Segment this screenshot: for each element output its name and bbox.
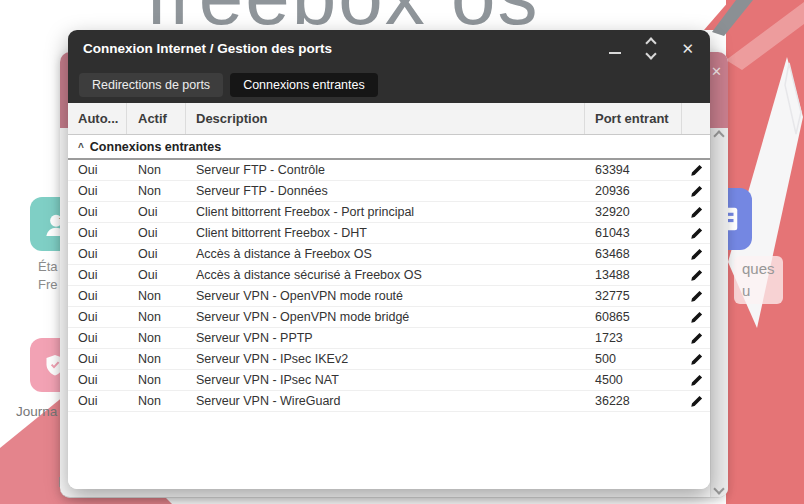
cell-actif: Non xyxy=(127,352,186,366)
column-header-port-entrant[interactable]: Port entrant xyxy=(585,103,682,134)
connections-table-body: Oui Non Serveur FTP - Contrôle 63394 Oui… xyxy=(68,160,710,489)
minimize-icon xyxy=(609,52,621,54)
cell-actif: Non xyxy=(127,163,186,177)
cell-actif: Oui xyxy=(127,247,186,261)
tab-redirections-de-ports[interactable]: Redirections de ports xyxy=(79,73,223,97)
cell-auto: Oui xyxy=(68,226,127,240)
cell-description: Accès à distance à Freebox OS xyxy=(186,247,585,261)
network-devices-app-label: ques u xyxy=(734,256,783,304)
minimize-button[interactable] xyxy=(609,43,621,54)
table-row[interactable]: Oui Non Serveur VPN - IPsec NAT 4500 xyxy=(68,370,710,391)
table-row[interactable]: Oui Non Serveur VPN - IPsec IKEv2 500 xyxy=(68,349,710,370)
edit-button[interactable] xyxy=(682,332,710,345)
cell-port: 13488 xyxy=(585,268,682,282)
dialog-tabbar: Redirections de ports Connexions entrant… xyxy=(68,66,710,103)
edit-button[interactable] xyxy=(682,227,710,240)
pencil-icon xyxy=(690,248,703,261)
cell-auto: Oui xyxy=(68,352,127,366)
cell-description: Serveur FTP - Données xyxy=(186,184,585,198)
table-row[interactable]: Oui Non Serveur VPN - OpenVPN mode bridg… xyxy=(68,307,710,328)
edit-button[interactable] xyxy=(682,290,710,303)
pencil-icon xyxy=(690,374,703,387)
cell-auto: Oui xyxy=(68,394,127,408)
group-header-connexions-entrantes[interactable]: ^ Connexions entrantes xyxy=(68,135,710,160)
table-row[interactable]: Oui Oui Client bittorrent Freebox - Port… xyxy=(68,202,710,223)
collapse-caret-icon: ^ xyxy=(78,142,84,153)
edit-button[interactable] xyxy=(682,311,710,324)
edit-button[interactable] xyxy=(682,374,710,387)
edit-button[interactable] xyxy=(682,185,710,198)
edit-button[interactable] xyxy=(682,395,710,408)
edit-button[interactable] xyxy=(682,164,710,177)
cell-description: Serveur VPN - IPsec IKEv2 xyxy=(186,352,585,366)
pencil-icon xyxy=(690,185,703,198)
cell-actif: Oui xyxy=(127,226,186,240)
cell-actif: Non xyxy=(127,331,186,345)
scroll-down-icon[interactable] xyxy=(715,485,723,493)
column-header-actif[interactable]: Actif xyxy=(127,103,186,134)
edit-button[interactable] xyxy=(682,269,710,282)
cell-actif: Non xyxy=(127,394,186,408)
cell-port: 60865 xyxy=(585,310,682,324)
cell-port: 36228 xyxy=(585,394,682,408)
resize-button[interactable] xyxy=(647,39,655,58)
cell-auto: Oui xyxy=(68,268,127,282)
cell-actif: Non xyxy=(127,184,186,198)
table-row[interactable]: Oui Non Serveur VPN - WireGuard 36228 xyxy=(68,391,710,412)
column-header-description[interactable]: Description xyxy=(186,103,585,134)
column-header-actions xyxy=(682,103,710,134)
cell-description: Client bittorrent Freebox - DHT xyxy=(186,226,585,240)
table-header-row: Auto... Actif Description Port entrant xyxy=(68,103,710,135)
pencil-icon xyxy=(690,164,703,177)
cell-port: 4500 xyxy=(585,373,682,387)
background-window-close-icon[interactable]: ✕ xyxy=(711,64,722,79)
cell-actif: Non xyxy=(127,289,186,303)
cell-description: Serveur VPN - PPTP xyxy=(186,331,585,345)
pencil-icon xyxy=(690,269,703,282)
cell-port: 61043 xyxy=(585,226,682,240)
chevron-up-icon xyxy=(646,37,657,48)
tab-connexions-entrantes[interactable]: Connexions entrantes xyxy=(230,73,378,97)
table-row[interactable]: Oui Oui Accès à distance à Freebox OS 63… xyxy=(68,244,710,265)
table-row[interactable]: Oui Non Serveur FTP - Contrôle 63394 xyxy=(68,160,710,181)
edit-button[interactable] xyxy=(682,248,710,261)
cell-port: 1723 xyxy=(585,331,682,345)
cell-port: 63468 xyxy=(585,247,682,261)
pencil-icon xyxy=(690,227,703,240)
cell-port: 63394 xyxy=(585,163,682,177)
table-row[interactable]: Oui Non Serveur VPN - OpenVPN mode routé… xyxy=(68,286,710,307)
pencil-icon xyxy=(690,332,703,345)
background-window-scrollbar[interactable] xyxy=(710,128,728,497)
table-row[interactable]: Oui Non Serveur FTP - Données 20936 xyxy=(68,181,710,202)
table-row[interactable]: Oui Oui Client bittorrent Freebox - DHT … xyxy=(68,223,710,244)
cell-auto: Oui xyxy=(68,247,127,261)
cell-auto: Oui xyxy=(68,373,127,387)
column-header-auto[interactable]: Auto... xyxy=(68,103,127,134)
group-header-label: Connexions entrantes xyxy=(90,140,221,154)
cell-actif: Oui xyxy=(127,268,186,282)
close-icon: ✕ xyxy=(681,41,694,56)
close-button[interactable]: ✕ xyxy=(681,41,694,56)
table-row[interactable]: Oui Oui Accès à distance sécurisé à Free… xyxy=(68,265,710,286)
cell-port: 32920 xyxy=(585,205,682,219)
ports-management-dialog: Connexion Internet / Gestion des ports ✕… xyxy=(68,30,710,489)
cell-description: Client bittorrent Freebox - Port princip… xyxy=(186,205,585,219)
chevron-down-icon xyxy=(646,48,657,59)
cell-description: Serveur FTP - Contrôle xyxy=(186,163,585,177)
edit-button[interactable] xyxy=(682,353,710,366)
cell-port: 32775 xyxy=(585,289,682,303)
dialog-title: Connexion Internet / Gestion des ports xyxy=(83,41,609,56)
cell-description: Serveur VPN - IPsec NAT xyxy=(186,373,585,387)
edit-button[interactable] xyxy=(682,206,710,219)
cell-auto: Oui xyxy=(68,205,127,219)
cell-actif: Oui xyxy=(127,205,186,219)
table-row[interactable]: Oui Non Serveur VPN - PPTP 1723 xyxy=(68,328,710,349)
scroll-up-icon[interactable] xyxy=(715,130,723,138)
window-controls: ✕ xyxy=(609,39,694,58)
cell-description: Serveur VPN - OpenVPN mode routé xyxy=(186,289,585,303)
incoming-connections-panel: Auto... Actif Description Port entrant ^… xyxy=(68,103,710,489)
cell-auto: Oui xyxy=(68,289,127,303)
pencil-icon xyxy=(690,206,703,219)
cell-description: Serveur VPN - OpenVPN mode bridgé xyxy=(186,310,585,324)
cell-port: 20936 xyxy=(585,184,682,198)
